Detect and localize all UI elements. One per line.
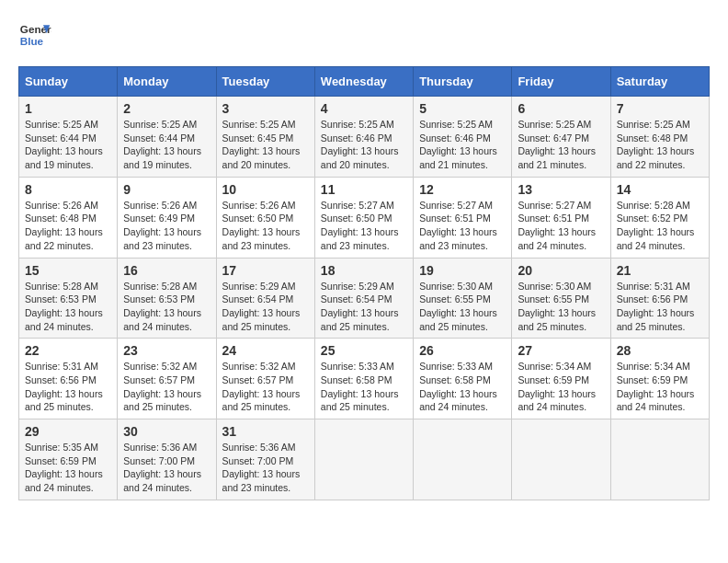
day-info: Sunrise: 5:25 AM Sunset: 6:44 PM Dayligh… [25, 118, 111, 172]
calendar-table: SundayMondayTuesdayWednesdayThursdayFrid… [18, 66, 710, 500]
day-cell-26: 26Sunrise: 5:33 AM Sunset: 6:58 PM Dayli… [414, 339, 512, 419]
day-number: 11 [321, 182, 407, 197]
empty-cell [314, 419, 413, 500]
day-cell-13: 13Sunrise: 5:27 AM Sunset: 6:51 PM Dayli… [512, 177, 610, 258]
day-info: Sunrise: 5:26 AM Sunset: 6:48 PM Dayligh… [25, 199, 111, 253]
day-number: 17 [222, 263, 309, 278]
day-number: 8 [25, 182, 111, 197]
day-number: 10 [222, 182, 309, 197]
column-header-sunday: Sunday [19, 67, 118, 97]
day-info: Sunrise: 5:30 AM Sunset: 6:55 PM Dayligh… [518, 280, 604, 334]
empty-cell [610, 419, 709, 500]
day-cell-9: 9Sunrise: 5:26 AM Sunset: 6:49 PM Daylig… [118, 177, 216, 258]
day-info: Sunrise: 5:28 AM Sunset: 6:53 PM Dayligh… [25, 280, 111, 334]
day-info: Sunrise: 5:26 AM Sunset: 6:49 PM Dayligh… [123, 199, 210, 253]
day-cell-12: 12Sunrise: 5:27 AM Sunset: 6:51 PM Dayli… [414, 177, 512, 258]
day-cell-2: 2Sunrise: 5:25 AM Sunset: 6:44 PM Daylig… [118, 97, 216, 178]
day-number: 4 [321, 101, 407, 116]
day-cell-6: 6Sunrise: 5:25 AM Sunset: 6:47 PM Daylig… [512, 97, 610, 178]
day-cell-21: 21Sunrise: 5:31 AM Sunset: 6:56 PM Dayli… [610, 258, 709, 339]
day-number: 14 [617, 182, 703, 197]
day-cell-20: 20Sunrise: 5:30 AM Sunset: 6:55 PM Dayli… [512, 258, 610, 339]
day-cell-19: 19Sunrise: 5:30 AM Sunset: 6:55 PM Dayli… [414, 258, 512, 339]
day-info: Sunrise: 5:25 AM Sunset: 6:45 PM Dayligh… [222, 118, 309, 172]
day-cell-28: 28Sunrise: 5:34 AM Sunset: 6:59 PM Dayli… [610, 339, 709, 419]
day-info: Sunrise: 5:28 AM Sunset: 6:53 PM Dayligh… [123, 280, 210, 334]
day-cell-18: 18Sunrise: 5:29 AM Sunset: 6:54 PM Dayli… [314, 258, 413, 339]
day-info: Sunrise: 5:25 AM Sunset: 6:46 PM Dayligh… [419, 118, 506, 172]
day-number: 21 [617, 263, 703, 278]
day-number: 22 [25, 343, 111, 358]
day-number: 29 [25, 424, 111, 439]
day-cell-23: 23Sunrise: 5:32 AM Sunset: 6:57 PM Dayli… [118, 339, 216, 419]
day-info: Sunrise: 5:28 AM Sunset: 6:52 PM Dayligh… [617, 199, 703, 253]
day-number: 3 [222, 101, 309, 116]
column-header-wednesday: Wednesday [314, 67, 413, 97]
day-number: 5 [419, 101, 506, 116]
day-number: 25 [321, 343, 407, 358]
day-number: 6 [518, 101, 604, 116]
day-info: Sunrise: 5:36 AM Sunset: 7:00 PM Dayligh… [222, 441, 309, 495]
day-info: Sunrise: 5:33 AM Sunset: 6:58 PM Dayligh… [419, 360, 506, 414]
day-cell-16: 16Sunrise: 5:28 AM Sunset: 6:53 PM Dayli… [118, 258, 216, 339]
day-cell-11: 11Sunrise: 5:27 AM Sunset: 6:50 PM Dayli… [314, 177, 413, 258]
day-cell-5: 5Sunrise: 5:25 AM Sunset: 6:46 PM Daylig… [414, 97, 512, 178]
day-info: Sunrise: 5:25 AM Sunset: 6:46 PM Dayligh… [321, 118, 407, 172]
day-cell-7: 7Sunrise: 5:25 AM Sunset: 6:48 PM Daylig… [610, 97, 709, 178]
day-number: 18 [321, 263, 407, 278]
day-info: Sunrise: 5:32 AM Sunset: 6:57 PM Dayligh… [222, 360, 309, 414]
day-info: Sunrise: 5:36 AM Sunset: 7:00 PM Dayligh… [123, 441, 210, 495]
svg-text:Blue: Blue [20, 35, 44, 47]
day-info: Sunrise: 5:27 AM Sunset: 6:51 PM Dayligh… [419, 199, 506, 253]
calendar-header-row: SundayMondayTuesdayWednesdayThursdayFrid… [19, 67, 710, 97]
week-row-2: 8Sunrise: 5:26 AM Sunset: 6:48 PM Daylig… [19, 177, 710, 258]
day-info: Sunrise: 5:27 AM Sunset: 6:50 PM Dayligh… [321, 199, 407, 253]
day-info: Sunrise: 5:25 AM Sunset: 6:44 PM Dayligh… [123, 118, 210, 172]
day-number: 12 [419, 182, 506, 197]
day-number: 28 [617, 343, 703, 358]
day-cell-8: 8Sunrise: 5:26 AM Sunset: 6:48 PM Daylig… [19, 177, 118, 258]
day-cell-30: 30Sunrise: 5:36 AM Sunset: 7:00 PM Dayli… [118, 419, 216, 500]
week-row-4: 22Sunrise: 5:31 AM Sunset: 6:56 PM Dayli… [19, 339, 710, 419]
day-number: 2 [123, 101, 210, 116]
day-info: Sunrise: 5:31 AM Sunset: 6:56 PM Dayligh… [617, 280, 703, 334]
empty-cell [512, 419, 610, 500]
day-info: Sunrise: 5:32 AM Sunset: 6:57 PM Dayligh… [123, 360, 210, 414]
column-header-tuesday: Tuesday [216, 67, 314, 97]
header: General Blue [18, 18, 710, 52]
day-number: 9 [123, 182, 210, 197]
day-info: Sunrise: 5:29 AM Sunset: 6:54 PM Dayligh… [321, 280, 407, 334]
day-number: 15 [25, 263, 111, 278]
day-cell-10: 10Sunrise: 5:26 AM Sunset: 6:50 PM Dayli… [216, 177, 314, 258]
day-number: 20 [518, 263, 604, 278]
day-number: 23 [123, 343, 210, 358]
day-cell-25: 25Sunrise: 5:33 AM Sunset: 6:58 PM Dayli… [314, 339, 413, 419]
day-info: Sunrise: 5:27 AM Sunset: 6:51 PM Dayligh… [518, 199, 604, 253]
day-number: 1 [25, 101, 111, 116]
day-number: 31 [222, 424, 309, 439]
day-number: 30 [123, 424, 210, 439]
week-row-3: 15Sunrise: 5:28 AM Sunset: 6:53 PM Dayli… [19, 258, 710, 339]
day-cell-4: 4Sunrise: 5:25 AM Sunset: 6:46 PM Daylig… [314, 97, 413, 178]
week-row-1: 1Sunrise: 5:25 AM Sunset: 6:44 PM Daylig… [19, 97, 710, 178]
day-cell-24: 24Sunrise: 5:32 AM Sunset: 6:57 PM Dayli… [216, 339, 314, 419]
day-number: 19 [419, 263, 506, 278]
day-number: 24 [222, 343, 309, 358]
day-number: 7 [617, 101, 703, 116]
day-cell-17: 17Sunrise: 5:29 AM Sunset: 6:54 PM Dayli… [216, 258, 314, 339]
day-number: 13 [518, 182, 604, 197]
column-header-monday: Monday [118, 67, 216, 97]
column-header-saturday: Saturday [610, 67, 709, 97]
day-info: Sunrise: 5:34 AM Sunset: 6:59 PM Dayligh… [617, 360, 703, 414]
day-info: Sunrise: 5:25 AM Sunset: 6:47 PM Dayligh… [518, 118, 604, 172]
week-row-5: 29Sunrise: 5:35 AM Sunset: 6:59 PM Dayli… [19, 419, 710, 500]
logo-icon: General Blue [18, 18, 51, 52]
column-header-friday: Friday [512, 67, 610, 97]
day-cell-3: 3Sunrise: 5:25 AM Sunset: 6:45 PM Daylig… [216, 97, 314, 178]
day-info: Sunrise: 5:31 AM Sunset: 6:56 PM Dayligh… [25, 360, 111, 414]
day-info: Sunrise: 5:30 AM Sunset: 6:55 PM Dayligh… [419, 280, 506, 334]
day-number: 16 [123, 263, 210, 278]
day-cell-27: 27Sunrise: 5:34 AM Sunset: 6:59 PM Dayli… [512, 339, 610, 419]
day-info: Sunrise: 5:35 AM Sunset: 6:59 PM Dayligh… [25, 441, 111, 495]
day-cell-29: 29Sunrise: 5:35 AM Sunset: 6:59 PM Dayli… [19, 419, 118, 500]
